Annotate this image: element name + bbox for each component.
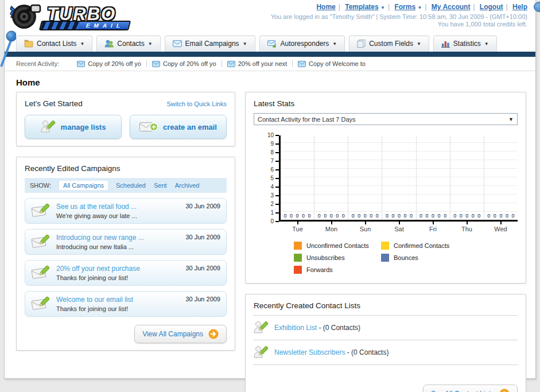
chevron-down-icon: ▼: [243, 41, 247, 46]
latest-stats-panel: Latest Stats Contact Activity for the La…: [245, 92, 526, 284]
envelope-pencil-icon: [31, 265, 50, 281]
recent-activity-item[interactable]: Copy of 20% off yo: [72, 60, 147, 67]
legend-label: Unconfirmed Contacts: [306, 242, 369, 249]
chart-group: 00000: [314, 135, 348, 220]
chart-value-label: 0: [290, 213, 293, 219]
nav-link-home[interactable]: Home: [316, 3, 335, 11]
create-email-label: create an email: [163, 123, 217, 131]
x-tick-mark: [399, 222, 400, 224]
switch-quick-links-link[interactable]: Switch to Quick Links: [166, 100, 227, 107]
nav-link-templates[interactable]: Templates: [345, 3, 378, 11]
chevron-down-icon: ▼: [332, 41, 337, 46]
recent-activity-item[interactable]: Copy of Welcome to: [293, 60, 371, 67]
legend-label: Bounces: [394, 254, 418, 261]
chart-value-label: 0: [302, 213, 305, 219]
chart-value-label: 0: [453, 213, 456, 219]
tab-label: Autoresponders: [281, 40, 329, 48]
contact-list-link[interactable]: Newsletter Subscribers: [274, 348, 345, 356]
filter-scheduled[interactable]: Scheduled: [116, 182, 146, 189]
campaign-row[interactable]: See us at the retail food ... We're givi…: [25, 198, 227, 224]
envelope-icon: [77, 61, 85, 67]
campaign-row[interactable]: 20% off your next purchase Thanks for jo…: [25, 260, 227, 286]
chart-value-label: 0: [324, 213, 327, 219]
tab-label: Email Campaigns: [185, 40, 239, 48]
arrow-circle-icon: [499, 389, 510, 392]
see-all-contact-lists-label: See All Contact Lists: [431, 390, 494, 392]
envelope-icon: [173, 40, 182, 47]
legend-swatch: [381, 254, 389, 262]
campaign-filter-strip: SHOW: All Campaigns Scheduled Sent Archi…: [25, 178, 227, 193]
chart-value-row: 00000: [281, 213, 314, 219]
page-frame: TURBO EMAIL Home| Templates ▼| Forms ▼| …: [4, 0, 536, 379]
x-tick-mark: [500, 222, 502, 224]
y-tick-label: 3: [270, 193, 274, 199]
manage-lists-label: manage lists: [61, 123, 106, 131]
contact-list-item[interactable]: Exhibition List - (0 Contacts): [254, 316, 518, 340]
legend-label: Forwards: [306, 266, 333, 273]
y-tick-label: 7: [270, 158, 274, 164]
chart-value-label: 0: [403, 213, 406, 219]
campaign-title-link[interactable]: Introducing our new range ...: [56, 234, 180, 242]
legend-swatch: [294, 254, 302, 262]
legend-item: Forwards: [294, 266, 381, 274]
tab-statistics[interactable]: Statistics ▼: [433, 36, 497, 52]
chart-value-label: 0: [330, 213, 333, 219]
chart-value-label: 0: [477, 213, 480, 219]
filter-all-campaigns[interactable]: All Campaigns: [59, 181, 108, 190]
person-pencil-icon: [41, 120, 56, 134]
stats-period-dropdown[interactable]: Contact Activity for the Last 7 Days ▼: [254, 113, 518, 125]
autoresponder-icon: [267, 40, 277, 48]
contact-lists-panel: Recently Created Contact Lists Exhibitio…: [245, 294, 526, 392]
manage-lists-button[interactable]: manage lists: [25, 115, 122, 139]
tab-contacts[interactable]: Contacts ▼: [96, 36, 160, 52]
envelope-pencil-icon: [31, 203, 50, 219]
envelope-plus-icon: [139, 121, 158, 133]
page-title: Home: [16, 77, 535, 87]
chevron-down-icon: ▼: [380, 5, 385, 10]
y-tick-label: 9: [270, 141, 274, 147]
chart-value-label: 0: [419, 213, 422, 219]
chevron-down-icon: ▼: [417, 41, 421, 46]
x-tick-group: Mon: [314, 222, 348, 232]
campaign-title-link[interactable]: Welcome to our email list: [56, 296, 180, 304]
filter-archived[interactable]: Archived: [175, 182, 200, 189]
chevron-down-icon: ▼: [80, 41, 84, 46]
tab-email-campaigns[interactable]: Email Campaigns ▼: [165, 36, 255, 52]
recent-activity-item[interactable]: 20% off your next: [222, 60, 293, 67]
x-tick-label: Sun: [348, 226, 382, 232]
nav-link-help[interactable]: Help: [512, 3, 527, 11]
activity-text: 20% off your next: [238, 60, 287, 67]
campaign-subtitle: We're giving away our late ...: [56, 212, 180, 219]
envelope-icon: [227, 61, 235, 67]
envelope-pencil-icon: [31, 296, 50, 312]
chart-value-label: 0: [284, 213, 287, 219]
nav-link-forms[interactable]: Forms: [394, 3, 415, 11]
nav-link-my-account[interactable]: My Account: [432, 3, 471, 11]
y-tick-label: 1: [270, 210, 274, 216]
see-all-contact-lists-button[interactable]: See All Contact Lists: [423, 385, 518, 392]
chart-group: 00000: [450, 135, 484, 220]
contact-list-item[interactable]: Newsletter Subscribers - (0 Contacts): [254, 340, 518, 365]
legend-label: Confirmed Contacts: [394, 242, 449, 249]
recent-activity-item[interactable]: Copy of 20% off yo: [147, 60, 222, 67]
top-nav: Home| Templates ▼| Forms ▼| My Account| …: [271, 3, 527, 11]
folder-icon: [24, 40, 33, 48]
campaign-title-link[interactable]: 20% off your next purchase: [56, 265, 180, 273]
x-tick-mark: [467, 222, 468, 224]
nav-link-logout[interactable]: Logout: [480, 3, 503, 11]
campaign-row[interactable]: Welcome to our email list Thanks for joi…: [25, 291, 227, 317]
campaign-title-link[interactable]: See us at the retail food ...: [56, 203, 180, 211]
chart-value-label: 0: [499, 213, 502, 219]
x-tick-label: Thu: [450, 226, 484, 232]
tab-contact-lists[interactable]: Contact Lists ▼: [16, 36, 92, 52]
chart-value-label: 0: [460, 213, 463, 219]
view-all-campaigns-button[interactable]: View All Campaigns: [134, 325, 227, 343]
chart-group: 00000: [382, 135, 416, 220]
tab-custom-fields[interactable]: Custom Fields ▼: [349, 36, 429, 52]
credits-info: You have 1,000 total credits left.: [271, 21, 527, 28]
tab-autoresponders[interactable]: Autoresponders ▼: [259, 36, 345, 52]
campaign-row[interactable]: Introducing our new range ... Introducin…: [25, 229, 227, 255]
create-email-button[interactable]: create an email: [130, 115, 227, 139]
filter-sent[interactable]: Sent: [154, 182, 167, 189]
contact-list-link[interactable]: Exhibition List: [274, 324, 317, 332]
